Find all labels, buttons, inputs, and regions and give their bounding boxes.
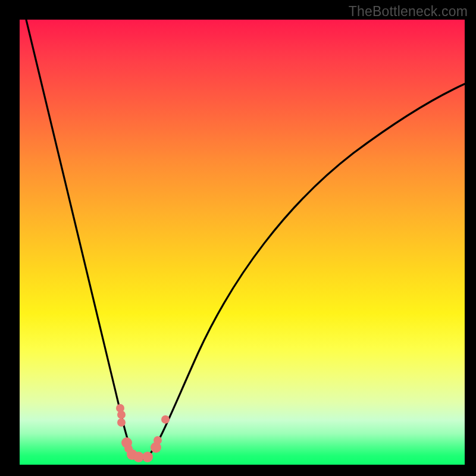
marker-dot [117, 411, 126, 419]
marker-dot [154, 436, 162, 444]
marker-dot [142, 452, 153, 462]
bottleneck-curve [26, 20, 465, 459]
marker-dot [161, 415, 170, 424]
chart-frame: TheBottleneck.com [0, 0, 476, 476]
marker-dot [117, 418, 126, 427]
curve-layer [20, 20, 465, 465]
plot-area [20, 20, 465, 465]
watermark-text: TheBottleneck.com [349, 4, 468, 20]
